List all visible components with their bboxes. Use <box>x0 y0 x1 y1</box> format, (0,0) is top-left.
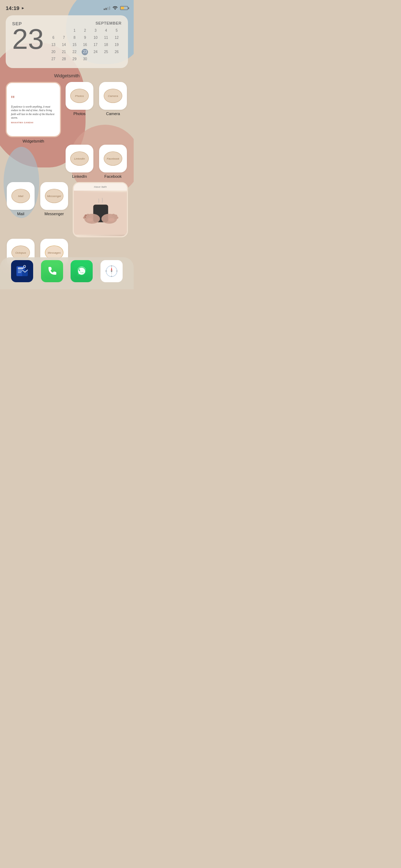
have-faith-widget-wrap[interactable]: Have faith <box>73 182 128 237</box>
svg-rect-19 <box>18 271 23 272</box>
outlook-icon-svg: O <box>14 263 30 279</box>
widgetsmith-quote-widget[interactable]: " If patience is worth anything, it must… <box>6 82 61 137</box>
mail-icon-inner: Mail <box>11 189 30 203</box>
cal-cell: 4 <box>101 27 111 34</box>
photos-icon[interactable]: Photos <box>66 82 93 110</box>
messenger-icon[interactable]: Messenger <box>40 182 68 210</box>
widget-inner: " If patience is worth anything, it must… <box>7 83 60 136</box>
facebook-icon-inner: Facebook <box>104 151 122 166</box>
cal-cell: 10 <box>91 35 101 41</box>
cal-cell: 5 <box>112 27 122 34</box>
cal-cell: 6 <box>48 35 58 41</box>
calendar-widget[interactable]: SEP 23 SEPTEMBER 1 2 3 4 5 6 7 8 9 10 11 <box>6 15 128 68</box>
camera-app[interactable]: Camera Camera <box>98 82 128 143</box>
phone-icon-svg <box>44 263 60 279</box>
cal-cell: 27 <box>48 56 58 62</box>
quote-mark: " <box>11 95 56 103</box>
outlook-app[interactable]: O <box>11 260 33 282</box>
cal-cell: 17 <box>91 42 101 48</box>
widgetsmith-quote-widget-wrap[interactable]: " If patience is worth anything, it must… <box>6 82 61 143</box>
safari-app[interactable]: N S E W <box>101 260 123 282</box>
row-2: Mail Mail Messenger Messenger Have faith <box>6 182 128 237</box>
have-faith-widget[interactable]: Have faith <box>73 182 128 237</box>
camera-label: Camera <box>106 112 120 116</box>
status-bar: 14:19 ► <box>0 0 134 12</box>
status-time: 14:19 ► <box>6 5 25 11</box>
cal-cell: 2 <box>80 27 90 34</box>
cal-cell: 13 <box>48 42 58 48</box>
svg-point-7 <box>86 214 90 217</box>
signal-bar-2 <box>106 8 107 10</box>
svg-point-13 <box>84 216 86 217</box>
quote-author: MAHATMA GANDHI <box>11 122 56 124</box>
cal-cell: 30 <box>80 56 90 62</box>
cal-cell: 24 <box>91 49 101 55</box>
facebook-app[interactable]: Facebook Facebook <box>98 145 128 179</box>
messenger-label: Messenger <box>45 212 64 216</box>
medium-widget-inner: Have faith <box>74 183 127 236</box>
svg-rect-20 <box>18 272 21 273</box>
cal-cell: 1 <box>70 27 79 34</box>
camera-icon-inner: Camera <box>104 89 122 103</box>
whatsapp-icon-svg <box>74 263 89 279</box>
wifi-icon <box>112 5 118 11</box>
svg-rect-17 <box>18 268 24 269</box>
cal-cell: 15 <box>70 42 79 48</box>
cal-cell: 14 <box>59 42 69 48</box>
time-display: 14:19 <box>6 5 19 11</box>
cal-cell: 22 <box>70 49 79 55</box>
signal-bar-1 <box>104 9 105 10</box>
location-icon: ► <box>21 6 25 10</box>
signal-bars <box>104 6 110 10</box>
facebook-icon-text: Facebook <box>107 157 119 160</box>
have-faith-text: Have faith <box>74 183 127 191</box>
cal-cell: 20 <box>48 49 58 55</box>
photos-icon-inner: Photos <box>70 89 89 103</box>
safari-icon-svg: N S E W <box>104 263 119 279</box>
quote-text: If patience is worth anything, it must e… <box>11 105 56 120</box>
cal-cell: 28 <box>59 56 69 62</box>
cal-cell: 12 <box>112 35 122 41</box>
calendar-month-full: SEPTEMBER <box>48 21 122 25</box>
signal-bar-4 <box>109 6 110 10</box>
svg-point-14 <box>85 215 87 216</box>
linkedin-icon[interactable]: LinkedIn <box>66 145 93 172</box>
photos-app[interactable]: Photos Photos <box>65 82 94 143</box>
svg-point-35 <box>111 270 112 272</box>
hands-mug-svg <box>74 192 127 235</box>
mail-label: Mail <box>17 212 24 216</box>
mail-icon[interactable]: Mail <box>7 182 35 210</box>
linkedin-label: LinkedIn <box>72 174 87 179</box>
linkedin-app[interactable]: LinkedIn LinkedIn <box>65 145 94 179</box>
calendar-day: 23 <box>12 25 44 53</box>
widgetsmith-section-label: Widgetsmith <box>6 73 128 78</box>
octopus-icon-text: Octopus <box>15 251 26 254</box>
cal-cell: 29 <box>70 56 79 62</box>
mail-app[interactable]: Mail Mail <box>6 182 36 237</box>
linkedin-icon-text: LinkedIn <box>74 157 85 160</box>
facebook-icon[interactable]: Facebook <box>99 145 127 172</box>
svg-text:O: O <box>23 265 26 269</box>
messenger-icon-text: Messenger <box>47 195 61 198</box>
camera-icon[interactable]: Camera <box>99 82 127 110</box>
cal-cell: 7 <box>59 35 69 41</box>
status-right <box>104 5 128 11</box>
linkedin-icon-inner: LinkedIn <box>70 151 89 166</box>
cal-cell: 8 <box>70 35 79 41</box>
messenger-icon-inner: Messenger <box>45 189 63 203</box>
row-1: " If patience is worth anything, it must… <box>6 82 128 143</box>
whatsapp-app[interactable] <box>71 260 93 282</box>
dock-inner: O <box>7 260 127 282</box>
svg-point-4 <box>87 218 93 222</box>
cal-cell: 21 <box>59 49 69 55</box>
calendar-left: SEP 23 <box>12 21 44 62</box>
mail-icon-text: Mail <box>18 195 24 198</box>
phone-app[interactable] <box>41 260 63 282</box>
widget-image <box>74 191 127 236</box>
battery-indicator <box>120 6 128 10</box>
spacer <box>6 145 61 179</box>
cal-cell: 11 <box>101 35 111 41</box>
photos-icon-text: Photos <box>75 94 84 98</box>
messenger-app[interactable]: Messenger Messenger <box>39 182 69 237</box>
cal-cell: 25 <box>101 49 111 55</box>
